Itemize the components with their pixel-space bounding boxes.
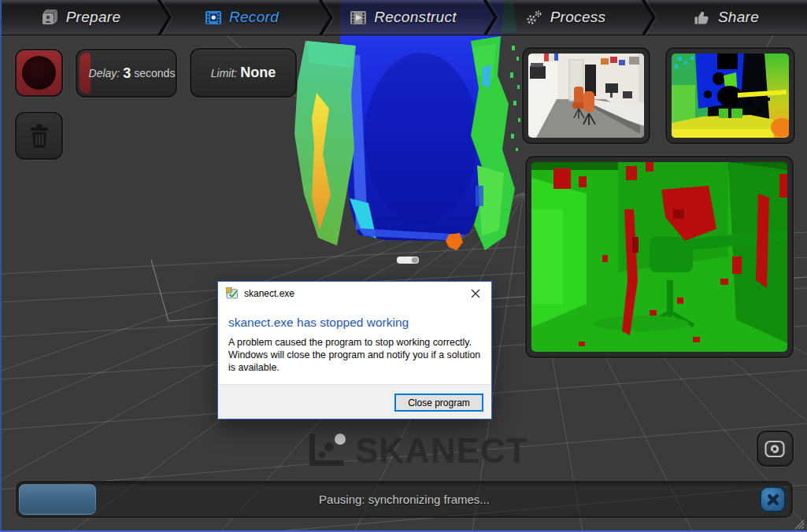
white-marker (397, 257, 419, 264)
dialog-heading: skanect.exe has stopped working (228, 316, 409, 330)
depth-camera-image (672, 54, 789, 138)
film-play-icon (350, 10, 367, 25)
tab-separator (482, 0, 502, 35)
limit-button[interactable]: Limit: None (190, 48, 297, 98)
stop-close-button[interactable] (760, 486, 786, 512)
dialog-footer: Close program (218, 384, 491, 419)
crash-dialog: skanect.exe skanect.exe has stopped work… (217, 281, 492, 419)
limit-value: None (240, 65, 276, 81)
delay-value: 3 (123, 65, 131, 82)
depth-camera-preview[interactable] (665, 47, 795, 144)
tab-separator (317, 0, 338, 35)
close-program-button[interactable]: Close program (394, 393, 483, 412)
tab-process[interactable]: Process (484, 0, 646, 35)
skanect-logo-icon (308, 430, 349, 468)
workflow-tab-bar: Prepare Record (0, 0, 807, 35)
tracking-3d-image (531, 162, 787, 352)
record-circle-icon (22, 56, 56, 90)
tab-share-label: Share (718, 9, 759, 26)
photos-icon (41, 9, 59, 26)
dialog-body-text: A problem caused the program to stop wor… (228, 336, 483, 374)
trash-icon (27, 123, 52, 150)
tab-process-label: Process (550, 9, 606, 26)
point-cloud (294, 0, 520, 264)
window-border-left (0, 0, 2, 532)
skanect-window: SKANECT (0, 0, 807, 532)
tab-share[interactable]: Share (646, 0, 807, 35)
tab-separator (156, 0, 176, 35)
delay-button[interactable]: Delay: 3 seconds (76, 49, 177, 98)
dialog-close-x-icon (470, 288, 481, 299)
dialog-titlebar[interactable]: skanect.exe (218, 282, 491, 305)
film-record-icon (205, 10, 222, 25)
tracking-3d-preview[interactable] (525, 156, 794, 358)
status-message: Pausing: synchronizing frames... (17, 482, 791, 516)
dialog-close-button[interactable] (469, 287, 482, 300)
status-bar: Pausing: synchronizing frames... (16, 481, 793, 518)
watermark-text: SKANECT (355, 434, 528, 468)
camera-icon (764, 439, 786, 459)
delay-unit: seconds (134, 67, 175, 79)
application-icon (226, 287, 239, 300)
rgb-camera-image (528, 54, 644, 138)
tab-record[interactable]: Record (161, 0, 323, 35)
tab-prepare-label: Prepare (66, 9, 121, 26)
limit-label: Limit: (211, 67, 237, 79)
tab-separator (640, 0, 661, 35)
trash-button[interactable] (15, 112, 63, 160)
dialog-title: skanect.exe (244, 288, 294, 299)
delay-label: Delay: (89, 67, 120, 79)
gears-icon (524, 9, 543, 26)
tab-prepare[interactable]: Prepare (0, 0, 161, 35)
tab-reconstruct-label: Reconstruct (374, 9, 457, 26)
tab-reconstruct[interactable]: Reconstruct (323, 0, 484, 35)
snapshot-button[interactable] (757, 430, 794, 467)
resize-grip[interactable] (794, 518, 806, 530)
record-button[interactable] (15, 49, 63, 97)
close-x-icon (765, 492, 781, 508)
rgb-camera-preview[interactable] (522, 47, 650, 144)
tab-record-label: Record (229, 9, 279, 26)
skanect-watermark: SKANECT (308, 430, 528, 468)
thumbs-up-icon (694, 9, 711, 25)
